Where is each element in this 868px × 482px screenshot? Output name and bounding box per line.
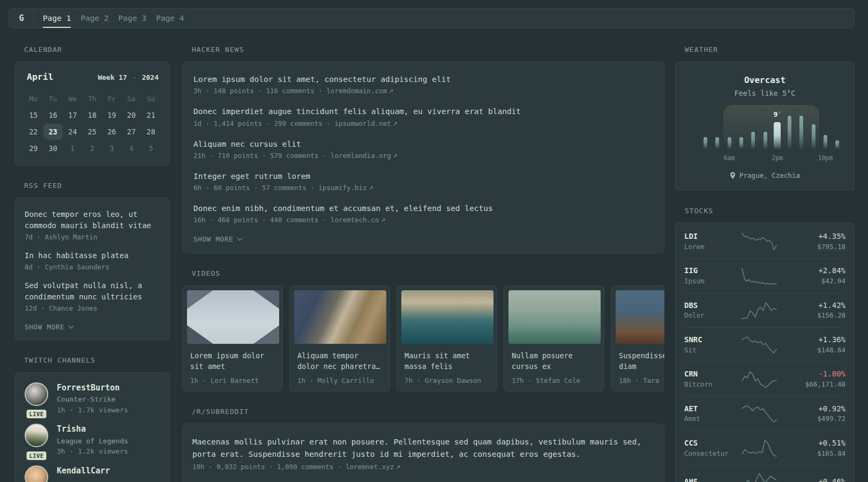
calendar-section-label: CALENDAR [24,46,170,54]
chevron-down-icon [69,323,74,329]
hacker-news-card: Lorem ipsum dolor sit amet, consectetur … [182,62,664,253]
calendar-day[interactable]: 24 [63,124,83,140]
tab-page-4[interactable]: Page 4 [156,9,184,28]
calendar-day[interactable]: 26 [102,124,122,140]
hn-show-more-button[interactable]: SHOW MORE [193,235,653,243]
channel-info: ForrestBurton Counter-Strike 1h · 1.7k v… [57,382,128,415]
stock-ticker: LDI [684,231,741,242]
weather-bar-slot [759,114,771,149]
stock-price: $795.18 [817,242,845,252]
calendar-day[interactable]: 4 [122,140,141,156]
calendar-day[interactable]: 25 [83,124,102,140]
hn-item-title[interactable]: Lorem ipsum dolor sit amet, consectetur … [193,74,653,85]
twitch-channel[interactable]: KendallCarr [25,465,160,482]
calendar-day[interactable]: 18 [83,107,102,123]
right-column: WEATHER Overcast Feels like 5°C 9° 6am2p… [675,46,855,482]
weather-bar-slot [711,114,723,149]
video-card[interactable]: Nullam posuere cursus ex 17h · Stefan Co… [504,285,604,391]
video-thumbnail[interactable] [401,290,493,344]
rss-item: Donec tempor eros leo, ut commodo mauris… [25,209,160,241]
videos-row: Lorem ipsum dolor sit amet consectetu… 1… [182,285,664,391]
stock-row[interactable]: SNRC Sit +1.36% $148.64 [684,327,845,362]
app-logo[interactable]: G [9,9,34,28]
video-card[interactable]: Lorem ipsum dolor sit amet consectetu… 1… [182,285,283,391]
hn-item: Donec enim nibh, condimentum et accumsan… [193,203,653,224]
stock-id: CRN Bitcorn [684,369,741,389]
hn-item-title[interactable]: Donec enim nibh, condimentum et accumsan… [193,203,653,214]
calendar-day[interactable]: 28 [141,124,161,140]
video-thumbnail[interactable] [616,290,664,344]
external-link-icon[interactable]: ↗ [379,217,385,224]
rss-show-more-button[interactable]: SHOW MORE [25,323,160,331]
calendar-day[interactable]: 30 [43,140,63,156]
rss-item-title[interactable]: In hac habitasse platea [25,250,160,261]
stock-ticker: AHS [684,477,741,482]
rss-item-meta: 12d · Chance Jones [25,304,160,312]
stock-row[interactable]: CRN Bitcorn -1.00% $66,171.48 [684,362,845,396]
external-link-icon[interactable]: ↗ [394,464,400,471]
rss-item-title[interactable]: Donec tempor eros leo, ut commodo mauris… [25,209,160,231]
stock-values: +0.46% [818,477,845,482]
tab-page-1[interactable]: Page 1 [43,9,71,28]
stock-name: Consectetur [684,449,741,459]
video-card[interactable]: Suspendisse potenti diam 18h · Tara [611,285,664,391]
calendar-day[interactable]: 29 [24,140,43,156]
stock-sparkline [741,267,777,285]
stock-ticker: DBS [684,300,741,311]
stock-sparkline [741,232,777,251]
calendar-day[interactable]: 22 [24,124,43,140]
video-thumbnail[interactable] [187,290,279,344]
stocks-section: STOCKS LDI Lorem +4.35% $795.18 IIG [675,207,855,482]
subreddit-card: Maecenas mollis pulvinar erat non posuer… [182,424,664,482]
channel-name: Trisha [57,424,128,434]
calendar-day[interactable]: 15 [24,107,43,123]
video-thumbnail[interactable] [294,290,386,344]
calendar-week-year: Week 17 · 2024 [98,73,159,81]
external-link-icon[interactable]: ↗ [367,185,373,192]
calendar-day[interactable]: 1 [63,140,83,156]
stock-row[interactable]: AET Amet +0.92% $499.72 [684,396,845,431]
external-link-icon[interactable]: ↗ [391,120,398,127]
channel-meta: 3h · 1.2k viewers [57,447,128,456]
twitch-channel[interactable]: LIVE Trisha League of Legends 3h · 1.2k … [25,424,160,456]
hn-item-meta-text: 6h · 60 points · 57 comments · ipsumify.… [193,184,367,192]
external-link-icon[interactable]: ↗ [391,153,398,160]
calendar-day[interactable]: 17 [63,107,83,123]
weather-card: Overcast Feels like 5°C 9° 6am2pm10pm Pr… [675,62,855,191]
calendar-day[interactable]: 2 [83,140,102,156]
calendar-day[interactable]: 20 [122,107,141,123]
twitch-channel[interactable]: LIVE ForrestBurton Counter-Strike 1h · 1… [25,382,160,415]
calendar-day[interactable]: 19 [102,107,122,123]
calendar-day-selected[interactable]: 23 [43,124,63,140]
calendar-day[interactable]: 16 [43,107,63,123]
stock-values: +1.36% $148.64 [817,335,845,355]
calendar-day[interactable]: 5 [141,140,161,156]
stock-values: -1.00% $66,171.48 [805,369,845,389]
stock-row[interactable]: CCS Consectetur +0.51% $165.84 [684,431,845,465]
weekday-label: Su [141,91,161,107]
calendar-day[interactable]: 27 [122,124,141,140]
stock-row[interactable]: IIG Ipsum +2.84% $42.04 [684,258,845,292]
stock-row[interactable]: AHS +0.46% [684,465,845,482]
reddit-post-text[interactable]: Maecenas mollis pulvinar erat non posuer… [192,436,654,460]
hn-item-title[interactable]: Donec imperdiet augue tincidunt felis al… [193,106,653,117]
hn-item-title[interactable]: Aliquam nec cursus elit [193,139,653,149]
rss-item-title[interactable]: Sed volutpat nulla nisl, a condimentum n… [25,280,160,303]
video-card[interactable]: Mauris sit amet massa felis 7h · Grayson… [396,285,497,391]
stock-row[interactable]: DBS Dolor +1.42% $156.28 [684,293,845,327]
external-link-icon[interactable]: ↗ [387,88,393,95]
stock-sparkline [741,302,777,320]
hn-item-title[interactable]: Integer eget rutrum lorem [193,171,653,182]
calendar-card: April Week 17 · 2024 MoTuWeThFrSaSu15161… [14,62,170,165]
video-thumbnail[interactable] [508,290,601,344]
tab-page-2[interactable]: Page 2 [80,9,108,28]
hn-item: Integer eget rutrum lorem 6h · 60 points… [193,171,653,192]
weather-bar [788,116,791,149]
calendar-day[interactable]: 21 [141,107,161,123]
tab-page-3[interactable]: Page 3 [118,9,146,28]
stock-sparkline [741,336,777,354]
video-card[interactable]: Aliquam tempor dolor nec pharetra… 1h · … [289,285,390,391]
calendar-day[interactable]: 3 [102,140,122,156]
channel-name: ForrestBurton [57,382,128,393]
stock-row[interactable]: LDI Lorem +4.35% $795.18 [684,224,845,258]
